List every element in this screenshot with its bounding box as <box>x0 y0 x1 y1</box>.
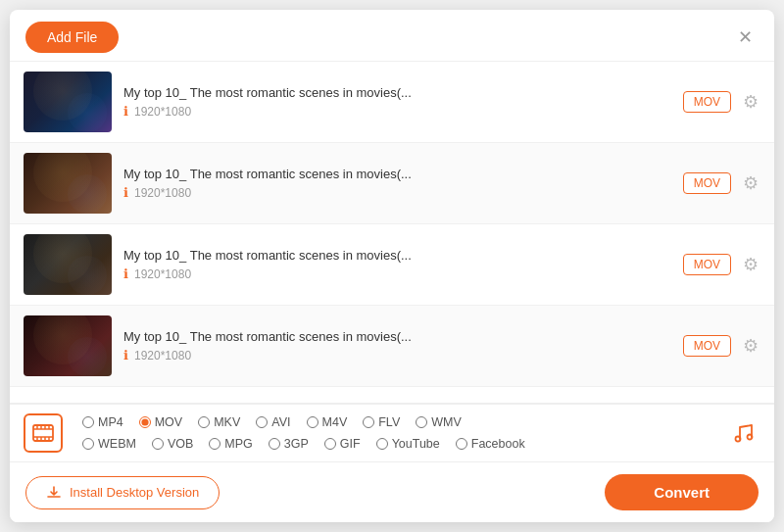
format-label: Facebook <box>471 437 525 451</box>
format-option[interactable]: MOV <box>131 412 190 432</box>
format-radio[interactable] <box>82 438 94 450</box>
file-thumbnail <box>24 153 112 214</box>
format-option[interactable]: YouTube <box>368 434 448 454</box>
svg-rect-0 <box>33 425 53 441</box>
format-option[interactable]: MPG <box>201 434 260 454</box>
video-format-icon[interactable] <box>24 413 63 453</box>
format-badge-button[interactable]: MOV <box>683 335 731 357</box>
format-radio[interactable] <box>363 416 374 428</box>
format-option[interactable]: 3GP <box>261 434 317 454</box>
file-item: My top 10_ The most romantic scenes in m… <box>10 143 774 224</box>
file-resolution: 1920*1080 <box>134 105 191 119</box>
format-label: 3GP <box>284 437 309 451</box>
download-icon <box>46 485 62 501</box>
format-option[interactable]: WEBM <box>74 434 144 454</box>
file-info: My top 10_ The most romantic scenes in m… <box>112 85 683 119</box>
install-label: Install Desktop Version <box>70 485 199 500</box>
settings-button[interactable]: ⚙ <box>741 252 760 277</box>
file-resolution: 1920*1080 <box>134 267 191 281</box>
file-item: My top 10_ The most romantic scenes in m… <box>10 224 774 306</box>
file-thumbnail <box>24 234 112 295</box>
format-radio[interactable] <box>139 416 151 428</box>
format-radio[interactable] <box>376 438 388 450</box>
format-row-1: MP4MOVMKVAVIM4VFLVWMV <box>74 412 717 432</box>
file-item: My top 10_ The most romantic scenes in m… <box>10 306 774 387</box>
info-icon: ℹ <box>123 348 128 363</box>
file-meta: ℹ 1920*1080 <box>123 348 671 363</box>
file-meta: ℹ 1920*1080 <box>123 185 671 200</box>
file-name: My top 10_ The most romantic scenes in m… <box>123 85 437 100</box>
format-label: WMV <box>431 415 462 429</box>
settings-button[interactable]: ⚙ <box>741 89 760 115</box>
format-badge-button[interactable]: MOV <box>683 254 731 275</box>
format-radio[interactable] <box>152 438 164 450</box>
file-list: My top 10_ The most romantic scenes in m… <box>10 61 774 404</box>
svg-point-12 <box>748 435 753 440</box>
info-icon: ℹ <box>123 104 128 119</box>
bottom-bar: Install Desktop Version Convert <box>10 461 774 522</box>
format-label: MKV <box>214 415 240 429</box>
format-label: GIF <box>340 437 361 451</box>
format-option[interactable]: MP4 <box>74 412 131 432</box>
file-thumbnail <box>24 315 112 376</box>
file-actions: MOV ⚙ <box>683 170 760 196</box>
format-badge-button[interactable]: MOV <box>683 91 731 113</box>
format-option[interactable]: Facebook <box>448 434 533 454</box>
format-radio[interactable] <box>256 416 268 428</box>
file-actions: MOV ⚙ <box>683 89 760 115</box>
close-button[interactable]: ✕ <box>732 26 759 48</box>
format-radio[interactable] <box>82 416 94 428</box>
add-file-button[interactable]: Add File <box>25 22 119 53</box>
format-option[interactable]: FLV <box>355 412 408 432</box>
format-option[interactable]: M4V <box>299 412 356 432</box>
title-bar: Add File ✕ <box>10 10 774 61</box>
format-radio[interactable] <box>456 438 467 450</box>
file-meta: ℹ 1920*1080 <box>123 104 671 119</box>
file-name: My top 10_ The most romantic scenes in m… <box>123 248 437 263</box>
file-name: My top 10_ The most romantic scenes in m… <box>123 329 437 344</box>
format-label: M4V <box>322 415 348 429</box>
main-window: Add File ✕ My top 10_ The most romantic … <box>10 10 774 522</box>
format-option[interactable]: AVI <box>248 412 298 432</box>
format-option[interactable]: VOB <box>144 434 201 454</box>
format-label: FLV <box>378 415 400 429</box>
format-label: YouTube <box>392 437 440 451</box>
format-radio[interactable] <box>324 438 336 450</box>
format-row-2: WEBMVOBMPG3GPGIFYouTubeFacebook <box>74 434 717 454</box>
format-badge-button[interactable]: MOV <box>683 172 731 194</box>
format-label: VOB <box>168 437 193 451</box>
install-button[interactable]: Install Desktop Version <box>25 476 220 509</box>
file-resolution: 1920*1080 <box>134 186 191 200</box>
file-meta: ℹ 1920*1080 <box>123 266 671 281</box>
format-label: WEBM <box>98 437 136 451</box>
format-radio[interactable] <box>198 416 210 428</box>
svg-point-11 <box>736 437 741 442</box>
film-icon <box>32 422 54 444</box>
music-format-button[interactable] <box>725 415 760 451</box>
file-info: My top 10_ The most romantic scenes in m… <box>112 329 683 363</box>
file-thumbnail <box>24 72 112 132</box>
format-label: MPG <box>224 437 252 451</box>
file-info: My top 10_ The most romantic scenes in m… <box>112 248 683 281</box>
file-item: My top 10_ The most romantic scenes in m… <box>10 62 774 143</box>
info-icon: ℹ <box>123 185 128 200</box>
format-option[interactable]: MKV <box>190 412 248 432</box>
convert-button[interactable]: Convert <box>605 474 759 510</box>
format-option[interactable]: GIF <box>317 434 368 454</box>
info-icon: ℹ <box>123 266 128 281</box>
format-label: AVI <box>271 415 290 429</box>
format-radio[interactable] <box>269 438 280 450</box>
music-icon <box>732 422 754 444</box>
file-info: My top 10_ The most romantic scenes in m… <box>112 167 683 200</box>
format-radio[interactable] <box>416 416 427 428</box>
file-name: My top 10_ The most romantic scenes in m… <box>123 167 437 181</box>
format-option[interactable]: WMV <box>408 412 469 432</box>
format-radio[interactable] <box>307 416 318 428</box>
file-resolution: 1920*1080 <box>134 349 191 363</box>
format-radio[interactable] <box>209 438 220 450</box>
format-label: MP4 <box>98 415 123 429</box>
formats-container: MP4MOVMKVAVIM4VFLVWMV WEBMVOBMPG3GPGIFYo… <box>74 412 717 454</box>
settings-button[interactable]: ⚙ <box>741 170 760 196</box>
format-bar: MP4MOVMKVAVIM4VFLVWMV WEBMVOBMPG3GPGIFYo… <box>10 404 774 461</box>
settings-button[interactable]: ⚙ <box>741 333 760 359</box>
